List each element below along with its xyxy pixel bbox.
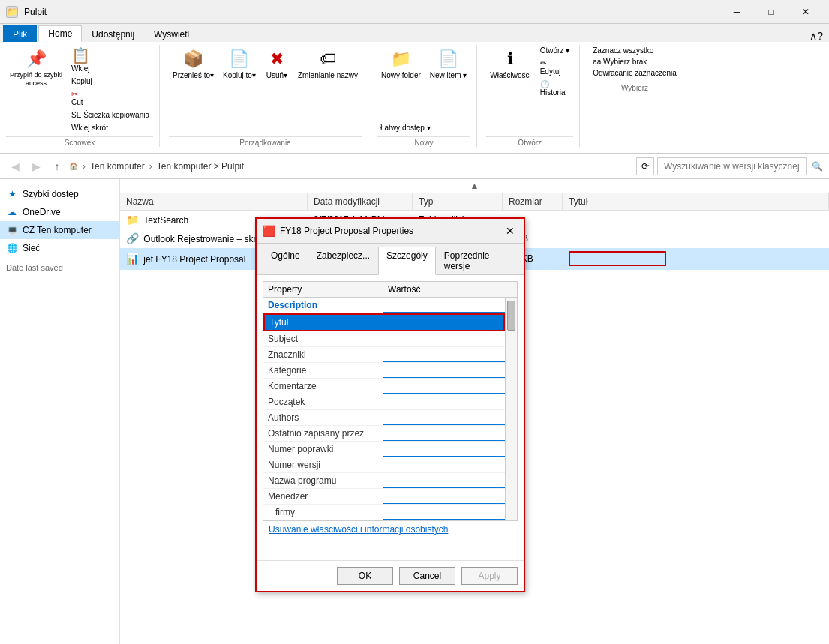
refresh-button[interactable]: ⟳ xyxy=(636,157,654,175)
remove-properties-link[interactable]: Usuwanie właściwości i informacji osobis… xyxy=(263,521,518,538)
rename-icon: 🏷 xyxy=(316,47,340,71)
prop-row-znaczniki[interactable]: Znaczniki xyxy=(263,347,505,363)
prop-value-authors xyxy=(383,410,505,425)
pin-to-access-button[interactable]: 📌 Przypiń do szybkiaccess xyxy=(6,45,66,90)
prop-name-numer-poprawki: Numer poprawki xyxy=(263,442,383,457)
copy-button[interactable]: Kopiuj xyxy=(68,76,153,87)
copy-path-button[interactable]: SE Ścieżka kopiowania xyxy=(68,109,153,121)
quick-access-icon: ★ xyxy=(6,188,18,200)
header-title[interactable]: Tytuł xyxy=(563,193,829,210)
paste-button[interactable]: 📋 Wklej xyxy=(68,45,153,74)
dialog-tab-prev-versions[interactable]: Poprzednie wersje xyxy=(436,247,518,274)
properties-dialog: 🟥 FY18 Project Proposal Properties ✕ Ogó… xyxy=(255,217,525,592)
onedrive-icon: ☁ xyxy=(6,206,18,218)
sidebar: ★ Szybki dostęp ☁ OneDrive 💻 CZ Ten komp… xyxy=(0,179,120,644)
prop-row-kategorie[interactable]: Kategorie xyxy=(263,363,505,379)
ribbon-group-select: Zaznacz wszystko aa Wybierz brak Odwraca… xyxy=(589,45,686,147)
computer-icon: 💻 xyxy=(6,224,18,236)
invert-selection-button[interactable]: Odwracanie zaznaczenia xyxy=(589,67,680,79)
prop-value-tytul[interactable] xyxy=(385,315,503,330)
title-bar-icons: 📁 xyxy=(6,6,18,18)
ok-button[interactable]: OK xyxy=(337,567,393,585)
paste-shortcut-button[interactable]: Wklej skrót xyxy=(68,122,153,133)
cancel-button[interactable]: Cancel xyxy=(399,567,455,585)
sidebar-label-onedrive: OneDrive xyxy=(23,207,61,217)
maximize-button[interactable]: □ xyxy=(754,0,788,24)
properties-button[interactable]: ℹ Właściwości xyxy=(486,45,534,82)
prop-scrollbar-thumb xyxy=(507,301,515,331)
search-input[interactable] xyxy=(657,157,807,175)
prop-value-firmy[interactable] xyxy=(383,505,505,520)
header-type[interactable]: Typ xyxy=(413,193,503,210)
sidebar-item-quickaccess[interactable]: ★ Szybki dostęp xyxy=(0,185,119,203)
dialog-close-button[interactable]: ✕ xyxy=(503,223,518,238)
prop-name-firmy: firmy xyxy=(263,505,383,520)
pin-icon: 📌 xyxy=(24,47,48,71)
edit-label: Edytuj xyxy=(540,67,561,76)
ribbon-collapse-button[interactable]: ∧ xyxy=(809,30,817,42)
cut-icon: ✂ xyxy=(71,90,77,98)
select-none-button[interactable]: aa Wybierz brak xyxy=(589,56,680,67)
title-bar: 📁 Pulpit ─ □ ✕ xyxy=(0,0,829,24)
dialog-tab-general[interactable]: Ogólne xyxy=(263,247,308,274)
prop-value-poczatek[interactable] xyxy=(383,394,505,409)
open-label: Otwórz xyxy=(486,136,573,147)
prop-row-numer-wersji: Numer wersji xyxy=(263,457,505,473)
close-button[interactable]: ✕ xyxy=(788,0,823,24)
prop-row-tytul[interactable]: Tytuł xyxy=(263,313,505,331)
header-name[interactable]: Nazwa xyxy=(120,193,308,210)
history-button[interactable]: 🕐 Historia xyxy=(536,79,573,98)
up-button[interactable]: ↑ xyxy=(48,157,66,175)
easy-access-btn[interactable]: Łatwy dostęp ▾ xyxy=(377,122,470,133)
tab-file[interactable]: Plik xyxy=(3,25,37,42)
sidebar-item-onedrive[interactable]: ☁ OneDrive xyxy=(0,203,119,221)
delete-button[interactable]: ✖ Usuń▾ xyxy=(261,45,293,82)
sidebar-item-computer[interactable]: 💻 CZ Ten komputer xyxy=(0,221,119,239)
date-last-saved-label: Date last saved xyxy=(0,257,119,278)
header-value: Wartość xyxy=(383,282,517,297)
file-title-textsearch xyxy=(563,218,829,221)
title-edit-field[interactable] xyxy=(569,251,666,266)
apply-button[interactable]: Apply xyxy=(461,567,518,585)
dialog-tab-details[interactable]: Szczegóły xyxy=(378,247,436,275)
prop-scrollbar[interactable] xyxy=(505,298,517,520)
tab-home[interactable]: Home xyxy=(38,25,82,42)
prop-name-last-saved: Ostatnio zapisany przez xyxy=(263,426,383,441)
prop-row-komentarze[interactable]: Komentarze xyxy=(263,379,505,394)
organize-buttons: 📦 Przenieś to▾ 📄 Kopiuj to▾ ✖ Usuń▾ 🏷 Zm… xyxy=(169,45,362,133)
file-title-proposal xyxy=(563,250,829,268)
prop-row-menedzer: Menedżer xyxy=(263,489,505,505)
header-date[interactable]: Data modyfikacji xyxy=(308,193,413,210)
help-button[interactable]: ? xyxy=(817,30,823,42)
dialog-tab-security[interactable]: Zabezpiecz... xyxy=(308,247,378,274)
select-all-button[interactable]: Zaznacz wszystko xyxy=(589,45,680,56)
move-button[interactable]: 📦 Przenieś to▾ xyxy=(169,45,218,82)
window-icon: 📁 xyxy=(6,6,18,18)
select-all-label: Zaznacz wszystko xyxy=(593,46,653,55)
paste-shortcut-label: Wklej skrót xyxy=(71,124,108,132)
new-folder-icon: 📁 xyxy=(389,47,413,71)
prop-row-subject[interactable]: Subject xyxy=(263,331,505,347)
rename-button[interactable]: 🏷 Zmienianie nazwy xyxy=(294,45,362,82)
tab-view[interactable]: Wyświetl xyxy=(144,25,199,42)
cut-button[interactable]: ✂ Cut xyxy=(68,88,153,108)
open-button[interactable]: Otwórz ▾ xyxy=(536,45,573,56)
prop-value-komentarze[interactable] xyxy=(383,379,505,394)
prop-value-kategorie[interactable] xyxy=(383,363,505,378)
prop-value-znaczniki[interactable] xyxy=(383,347,505,362)
new-item-button[interactable]: 📄 New item ▾ xyxy=(426,45,470,82)
prop-value-subject[interactable] xyxy=(383,331,505,346)
new-folder-button[interactable]: 📁 Nowy folder xyxy=(377,45,425,82)
edit-button[interactable]: ✏ Edytuj xyxy=(536,58,573,77)
copy-to-button[interactable]: 📄 Kopiuj to▾ xyxy=(219,45,260,82)
header-size[interactable]: Rozmiar xyxy=(503,193,563,210)
sidebar-item-network[interactable]: 🌐 Sieć xyxy=(0,239,119,257)
invert-selection-label: Odwracanie zaznaczenia xyxy=(593,69,677,77)
back-button[interactable]: ◀ xyxy=(6,157,24,175)
forward-button[interactable]: ▶ xyxy=(27,157,45,175)
prop-row-poczatek[interactable]: Początek xyxy=(263,394,505,410)
tab-share[interactable]: Udostępnij xyxy=(82,25,144,42)
minimize-button[interactable]: ─ xyxy=(719,0,754,24)
clipboard-label: Schowek xyxy=(6,136,153,147)
ribbon-tabs: Plik Home Udostępnij Wyświetl ∧ ? xyxy=(0,24,829,42)
